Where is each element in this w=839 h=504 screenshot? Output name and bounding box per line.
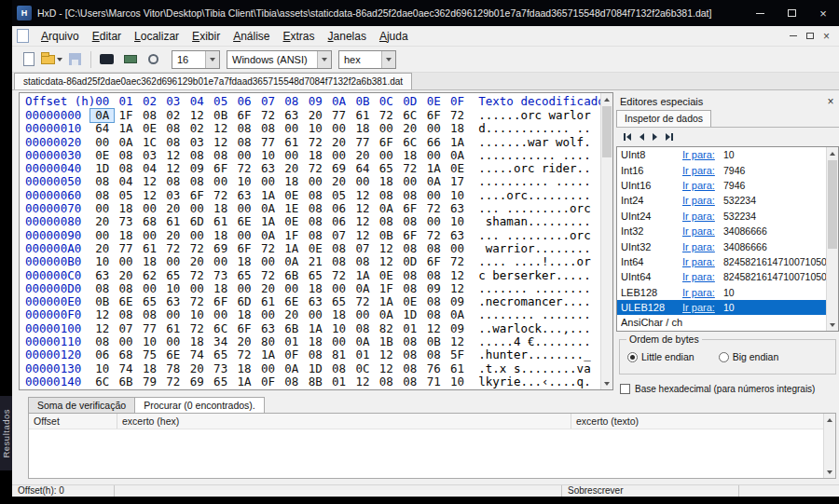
- goto-link[interactable]: Ir para:: [682, 302, 723, 313]
- hex-byte[interactable]: 63: [90, 269, 114, 282]
- hex-byte[interactable]: 72: [256, 109, 280, 122]
- hex-byte[interactable]: 08: [398, 189, 421, 202]
- hex-byte[interactable]: 18: [138, 362, 161, 375]
- hex-byte[interactable]: 00: [446, 242, 469, 255]
- nav-last-button[interactable]: [666, 133, 673, 141]
- hex-byte[interactable]: 08: [161, 175, 185, 188]
- hex-byte[interactable]: 08: [421, 295, 445, 308]
- hex-byte[interactable]: 1A: [114, 122, 137, 135]
- scroll-up-icon[interactable]: [824, 414, 835, 426]
- hex-byte[interactable]: 72: [186, 269, 209, 282]
- hex-byte[interactable]: 07: [327, 229, 351, 242]
- hex-byte[interactable]: 6C: [90, 375, 114, 388]
- hex-byte[interactable]: 00: [138, 282, 161, 295]
- hex-byte[interactable]: 00: [327, 149, 351, 162]
- hex-byte[interactable]: 08: [256, 122, 280, 135]
- hex-byte[interactable]: 00: [375, 122, 398, 135]
- hex-byte[interactable]: 00: [280, 149, 303, 162]
- hex-byte[interactable]: 1C: [138, 136, 161, 149]
- child-restore-icon[interactable]: [806, 33, 814, 39]
- inspector-row-int16[interactable]: Int16Ir para:7946: [617, 162, 838, 177]
- hex-byte[interactable]: 64: [351, 162, 374, 175]
- inspector-row-uint16[interactable]: UInt16Ir para:7946: [617, 178, 838, 193]
- decoded-text[interactable]: ........ .......: [469, 308, 590, 321]
- hex-byte[interactable]: 0C: [351, 362, 374, 375]
- hex-byte[interactable]: 72: [256, 269, 280, 282]
- hex-byte[interactable]: 6F: [232, 242, 255, 255]
- decoded-text[interactable]: .hunter........_: [469, 348, 590, 361]
- hex-byte[interactable]: 12: [138, 175, 161, 188]
- hex-byte[interactable]: 10: [186, 308, 209, 321]
- decoded-text[interactable]: warrior........: [469, 242, 590, 255]
- hex-byte[interactable]: 00: [398, 175, 421, 188]
- hex-byte[interactable]: 10: [304, 122, 327, 135]
- hex-byte[interactable]: 72: [304, 136, 327, 149]
- hex-byte[interactable]: 12: [351, 202, 374, 215]
- hex-byte[interactable]: 63: [446, 202, 469, 215]
- hex-byte[interactable]: 08: [304, 229, 327, 242]
- goto-link[interactable]: Ir para:: [682, 149, 723, 160]
- hex-byte[interactable]: 08: [351, 255, 374, 268]
- hex-byte[interactable]: 07: [351, 242, 374, 255]
- hex-byte[interactable]: 6C: [209, 322, 232, 335]
- hex-byte[interactable]: 12: [209, 136, 232, 149]
- decoded-text[interactable]: ..warlock...‚...: [469, 322, 590, 335]
- hex-byte[interactable]: 0B: [375, 229, 398, 242]
- hex-byte[interactable]: 20: [304, 109, 327, 122]
- hex-byte[interactable]: 69: [209, 242, 232, 255]
- hex-byte[interactable]: 00: [327, 122, 351, 135]
- hex-byte[interactable]: 72: [186, 322, 209, 335]
- hex-byte[interactable]: 72: [351, 295, 374, 308]
- hex-byte[interactable]: 00: [186, 202, 209, 215]
- hex-byte[interactable]: 12: [138, 189, 161, 202]
- hex-byte[interactable]: 00: [421, 215, 445, 228]
- hex-byte[interactable]: 12: [375, 255, 398, 268]
- hex-byte[interactable]: 08: [90, 189, 114, 202]
- hex-byte[interactable]: 18: [446, 122, 469, 135]
- hex-byte[interactable]: 0B: [421, 335, 445, 348]
- encoding-combo[interactable]: Windows (ANSI): [227, 50, 332, 69]
- hex-byte[interactable]: 73: [114, 215, 137, 228]
- hex-byte[interactable]: 00: [421, 149, 445, 162]
- hex-byte[interactable]: 61: [446, 362, 469, 375]
- hex-byte[interactable]: 0E: [304, 242, 327, 255]
- hex-byte[interactable]: 10: [90, 255, 114, 268]
- hex-byte[interactable]: 07: [114, 322, 137, 335]
- hex-byte[interactable]: 66: [421, 136, 445, 149]
- hex-byte[interactable]: 72: [232, 348, 255, 361]
- hex-byte[interactable]: 62: [138, 269, 161, 282]
- hex-byte[interactable]: 0A: [421, 175, 445, 188]
- open-disk-button[interactable]: [95, 48, 118, 70]
- close-button[interactable]: ×: [807, 0, 839, 26]
- radio-little-endian[interactable]: Little endian: [627, 351, 695, 362]
- hex-byte[interactable]: 06: [90, 348, 114, 361]
- inspector-row-ansichar-char8-t[interactable]: AnsiChar / char8_t: [617, 315, 838, 330]
- hex-byte[interactable]: 0A: [90, 109, 114, 122]
- hex-byte[interactable]: 1A: [446, 136, 469, 149]
- hex-byte[interactable]: 12: [351, 229, 374, 242]
- hex-byte[interactable]: 1D: [304, 362, 327, 375]
- hex-byte[interactable]: 63: [256, 322, 280, 335]
- hex-byte[interactable]: 20: [186, 362, 209, 375]
- hex-byte[interactable]: 02: [161, 109, 185, 122]
- hex-byte[interactable]: 00: [90, 229, 114, 242]
- minimize-button[interactable]: [744, 0, 776, 26]
- hex-byte[interactable]: 18: [186, 335, 209, 348]
- hex-byte[interactable]: 20: [232, 335, 255, 348]
- hex-byte[interactable]: 00: [161, 308, 185, 321]
- decoded-text[interactable]: .t.x s........va: [469, 362, 590, 375]
- hex-byte[interactable]: 09: [446, 322, 469, 335]
- decoded-text[interactable]: .....orc rider..: [469, 162, 590, 175]
- hex-byte[interactable]: 18: [327, 308, 351, 321]
- hex-byte[interactable]: 12: [351, 375, 374, 388]
- hex-byte[interactable]: 8B: [304, 375, 327, 388]
- results-side-tab[interactable]: Resultados: [0, 396, 12, 470]
- goto-link[interactable]: Ir para:: [682, 271, 723, 282]
- hex-byte[interactable]: 65: [304, 269, 327, 282]
- hex-byte[interactable]: 00: [138, 229, 161, 242]
- hex-byte[interactable]: 6F: [375, 136, 398, 149]
- menu-item-ajuda[interactable]: Ajuda: [373, 26, 415, 47]
- goto-link[interactable]: Ir para:: [682, 256, 723, 267]
- hex-byte[interactable]: 12: [161, 149, 185, 162]
- decoded-text[interactable]: ....... ........: [469, 282, 590, 295]
